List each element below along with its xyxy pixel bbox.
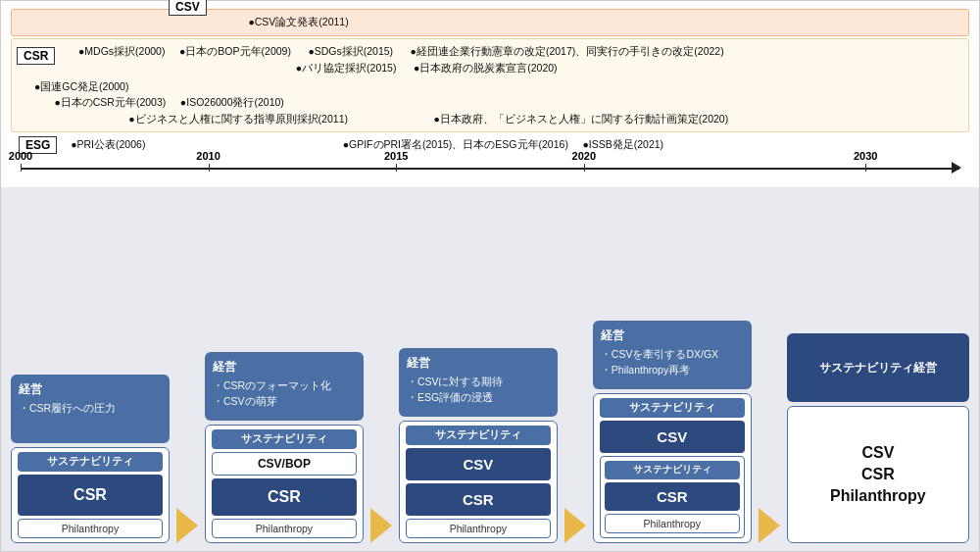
- tick-2015: [396, 164, 397, 172]
- axis-label-2010: 2010: [196, 150, 220, 162]
- timeline-section: CSV ●CSV論文発表(2011) CSR ●MDGs採択(2000): [1, 1, 979, 187]
- axis-label-2020: 2020: [572, 150, 596, 162]
- csr-box-4: CSR: [605, 482, 740, 511]
- arrow-col-4: [758, 508, 781, 543]
- period-col-1: 経営 ・CSR履行への圧力 サステナビリティ CSR Philanthropy: [11, 375, 170, 543]
- sub-sust-label-4: サステナビリティ: [605, 461, 740, 479]
- csr-box-3: CSR: [406, 483, 551, 516]
- mgmt-bullet-3b: ・ESG評価の浸透: [407, 390, 550, 406]
- philanthropy-bar-2: Philanthropy: [212, 519, 357, 538]
- philanthropy-bar-1: Philanthropy: [18, 519, 163, 538]
- main-container: CSV ●CSV論文発表(2011) CSR ●MDGs採択(2000): [0, 0, 980, 552]
- yellow-arrow-2: [370, 508, 392, 543]
- csv-box-3: CSV: [406, 448, 551, 480]
- axis-label-2000: 2000: [9, 150, 32, 162]
- arrow-col-3: [564, 508, 587, 543]
- philanthropy-bar-4: Philanthropy: [605, 514, 740, 533]
- inner-container-final: CSV CSR Philanthropy: [787, 406, 969, 543]
- philanthropy-final: Philanthropy: [830, 487, 926, 505]
- csr-final: CSR: [861, 466, 895, 483]
- inner-container-4: サステナビリティ CSV サステナビリティ CSR Philanthropy: [593, 393, 752, 543]
- period-col-2: 経営 ・CSRのフォーマット化 ・CSVの萌芽 サステナビリティ CSV/BOP…: [205, 352, 364, 543]
- sust-label-3: サステナビリティ: [406, 426, 551, 445]
- inner-container-1: サステナビリティ CSR Philanthropy: [11, 447, 170, 543]
- period-col-4: 経営 ・CSVを牽引するDX/GX ・Philanthropy再考 サステナビリ…: [593, 321, 752, 543]
- philanthropy-bar-3: Philanthropy: [406, 519, 551, 538]
- yellow-arrow-3: [564, 508, 586, 543]
- period-col-5: サステナビリティ経営 CSV CSR Philanthropy: [787, 333, 969, 543]
- inner-container-3: サステナビリティ CSV CSR Philanthropy: [399, 421, 558, 543]
- diagram-section: 経営 ・CSR履行への圧力 サステナビリティ CSR Philanthropy …: [1, 187, 979, 551]
- esg-band: ESG ●PRI公表(2006) ●GPIFのPRI署名(2015)、日本のES…: [11, 134, 969, 156]
- csv-band-content: ●CSV論文発表(2011): [20, 15, 960, 30]
- mgmt-bullet-4a: ・CSVを牽引するDX/GX: [601, 347, 744, 363]
- mgmt-bullet-4b: ・Philanthropy再考: [601, 363, 744, 378]
- tick-2000: [21, 164, 22, 172]
- csr-box-2: CSR: [212, 478, 357, 516]
- mgmt-bullet-3a: ・CSVに対する期待: [407, 375, 550, 390]
- csv-final: CSV: [861, 444, 894, 462]
- csr-band-content: ●MDGs採択(2000) ●日本のBOP元年(2009) ●SDGs採択(20…: [20, 43, 960, 127]
- arrow-col-2: [369, 508, 393, 543]
- mgmt-box-2: 経営 ・CSRのフォーマット化 ・CSVの萌芽: [205, 352, 364, 421]
- mgmt-final-title: サステナビリティ経営: [819, 360, 937, 376]
- mgmt-bullet-2b: ・CSVの萌芽: [213, 394, 356, 410]
- csr-box-1: CSR: [18, 475, 163, 516]
- yellow-arrow-4: [759, 508, 780, 543]
- mgmt-title-4: 経営: [601, 326, 744, 344]
- mgmt-bullet-1: ・CSR履行への圧力: [19, 401, 162, 417]
- csv-box-4: CSV: [600, 421, 745, 453]
- mgmt-bullet-2a: ・CSRのフォーマット化: [213, 378, 356, 394]
- period-col-3: 経営 ・CSVに対する期待 ・ESG評価の浸透 サステナビリティ CSV CSR…: [399, 348, 558, 543]
- mgmt-box-4: 経営 ・CSVを牽引するDX/GX ・Philanthropy再考: [593, 321, 752, 389]
- csv-bop-box: CSV/BOP: [212, 452, 357, 476]
- mgmt-box-3: 経営 ・CSVに対する期待 ・ESG評価の浸透: [399, 348, 558, 417]
- axis-label-2015: 2015: [384, 150, 408, 162]
- tick-2020: [584, 164, 585, 172]
- csr-band: CSR ●MDGs採択(2000) ●日本のBOP元年(2009) ●SDGs採…: [11, 38, 969, 132]
- timeline-axis: 2000 2010 2015 2020 2030: [21, 158, 959, 177]
- sub-sust-container-4: サステナビリティ CSR Philanthropy: [600, 456, 745, 538]
- axis-line: [21, 168, 959, 170]
- axis-arrow: [952, 162, 961, 174]
- tick-2010: [209, 164, 210, 172]
- yellow-arrow-1: [176, 508, 198, 543]
- mgmt-title-3: 経営: [407, 354, 550, 372]
- arrow-col-1: [175, 508, 199, 543]
- sust-label-2: サステナビリティ: [212, 429, 357, 449]
- csv-band: CSV ●CSV論文発表(2011): [11, 9, 969, 36]
- sust-label-4: サステナビリティ: [600, 398, 745, 418]
- csr-label: CSR: [17, 47, 55, 65]
- tick-2030: [865, 164, 866, 172]
- mgmt-box-1: 経営 ・CSR履行への圧力: [11, 375, 170, 443]
- mgmt-title-1: 経営: [19, 380, 162, 398]
- csv-label: CSV: [169, 0, 207, 16]
- sust-label-1: サステナビリティ: [18, 452, 163, 472]
- mgmt-title-2: 経営: [213, 358, 356, 376]
- mgmt-box-final: サステナビリティ経営: [787, 333, 969, 402]
- axis-label-2030: 2030: [854, 150, 877, 162]
- inner-container-2: サステナビリティ CSV/BOP CSR Philanthropy: [205, 425, 364, 543]
